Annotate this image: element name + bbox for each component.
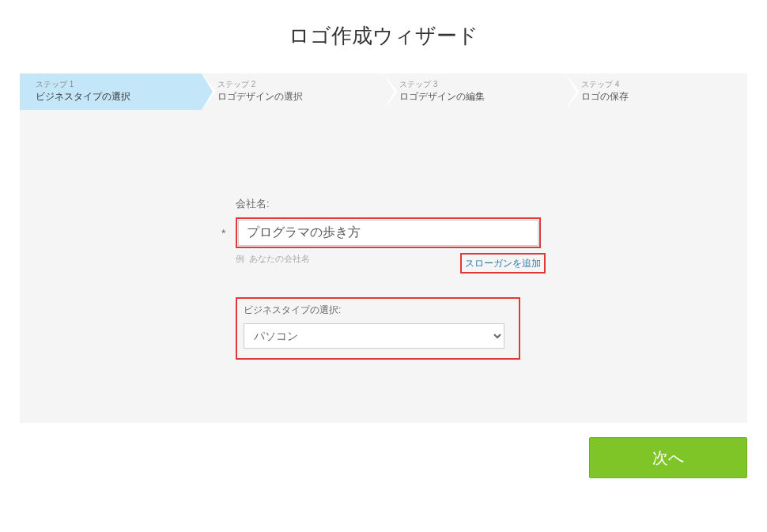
next-button[interactable]: 次へ	[589, 437, 747, 478]
add-slogan-link[interactable]: スローガンを追加	[465, 258, 541, 269]
slogan-link-highlight: スローガンを追加	[460, 253, 546, 274]
company-name-label: 会社名:	[236, 197, 546, 211]
required-asterisk: *	[221, 227, 229, 240]
step-4: ステップ 4 ロゴの保存	[565, 74, 747, 110]
form-panel: 会社名: * 例 あなたの会社名 スローガンを追加 ビジネスタイプの選択: パソ…	[20, 110, 747, 423]
step-label: ロゴの保存	[581, 90, 739, 104]
step-3: ステップ 3 ロゴデザインの編集	[384, 74, 565, 110]
step-number: ステップ 2	[217, 79, 376, 90]
business-type-select[interactable]: パソコン	[244, 323, 504, 349]
step-2: ステップ 2 ロゴデザインの選択	[202, 74, 384, 110]
step-1: ステップ 1 ビジネスタイプの選択	[20, 74, 202, 110]
step-number: ステップ 4	[581, 79, 739, 90]
button-row: 次へ	[20, 423, 747, 498]
business-type-label: ビジネスタイプの選択:	[244, 304, 504, 317]
company-input-highlight	[236, 217, 541, 248]
step-label: ロゴデザインの選択	[217, 90, 376, 104]
company-name-input[interactable]	[238, 220, 538, 246]
step-number: ステップ 1	[36, 79, 194, 90]
step-label: ロゴデザインの編集	[399, 90, 557, 104]
step-progress: ステップ 1 ビジネスタイプの選択 ステップ 2 ロゴデザインの選択 ステップ …	[20, 74, 747, 110]
page-title: ロゴ作成ウィザード	[0, 0, 767, 74]
business-type-highlight: ビジネスタイプの選択: パソコン	[236, 297, 520, 360]
step-number: ステップ 3	[399, 79, 557, 90]
step-label: ビジネスタイプの選択	[36, 90, 194, 104]
example-hint: 例 あなたの会社名	[236, 253, 310, 265]
